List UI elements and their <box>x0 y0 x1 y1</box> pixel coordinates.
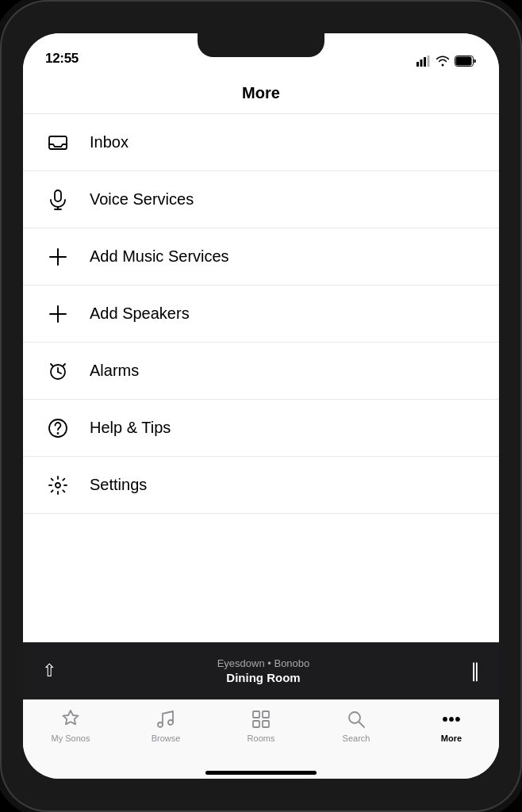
music-note-icon <box>155 708 177 730</box>
tab-search[interactable]: Search <box>332 708 380 743</box>
tab-browse[interactable]: Browse <box>142 708 190 743</box>
svg-point-31 <box>450 718 453 721</box>
menu-label-add-music: Add Music Services <box>90 247 229 266</box>
status-icons <box>416 56 477 67</box>
tab-label-my-sonos: My Sonos <box>52 733 90 743</box>
menu-item-alarms[interactable]: Alarms <box>23 343 499 400</box>
menu-item-help[interactable]: Help & Tips <box>23 400 499 457</box>
menu-item-settings[interactable]: Settings <box>23 457 499 514</box>
home-bar <box>205 771 317 775</box>
battery-icon <box>455 56 477 67</box>
now-playing-room: Dining Room <box>63 671 464 684</box>
menu-list: Inbox Voice Services <box>23 114 499 642</box>
page-header: More <box>23 73 499 114</box>
menu-item-inbox[interactable]: Inbox <box>23 114 499 171</box>
svg-point-22 <box>158 722 163 727</box>
menu-label-voice-services: Voice Services <box>90 190 194 209</box>
svg-rect-25 <box>263 711 269 718</box>
status-bar: 12:55 <box>23 33 499 73</box>
search-icon <box>345 708 367 730</box>
menu-item-voice-services[interactable]: Voice Services <box>23 171 499 228</box>
menu-label-settings: Settings <box>90 476 147 494</box>
now-playing-chevron[interactable]: ⇧ <box>36 654 63 688</box>
now-playing-song: Eyesdown • Bonobo <box>63 657 464 669</box>
more-dots-icon <box>440 708 463 730</box>
svg-line-17 <box>51 364 53 366</box>
status-time: 12:55 <box>45 51 79 67</box>
svg-rect-1 <box>420 59 423 67</box>
svg-rect-5 <box>456 57 472 66</box>
wifi-icon <box>436 56 450 67</box>
svg-point-21 <box>56 483 60 488</box>
menu-label-inbox: Inbox <box>90 133 129 151</box>
menu-label-help: Help & Tips <box>90 419 171 437</box>
inbox-icon <box>42 127 74 159</box>
svg-line-18 <box>63 364 65 366</box>
svg-rect-26 <box>253 721 259 727</box>
alarm-icon <box>42 355 74 387</box>
tab-my-sonos[interactable]: My Sonos <box>47 708 94 743</box>
tab-more[interactable]: More <box>428 708 475 743</box>
notch <box>198 33 324 57</box>
page-title: More <box>242 84 280 102</box>
svg-rect-7 <box>55 190 61 201</box>
tab-rooms[interactable]: Rooms <box>237 708 285 743</box>
tab-label-browse: Browse <box>152 733 181 743</box>
svg-rect-0 <box>416 62 419 67</box>
svg-rect-27 <box>263 721 269 727</box>
svg-rect-24 <box>253 711 259 718</box>
settings-icon <box>42 469 74 501</box>
phone-screen: 12:55 <box>23 33 499 779</box>
tab-bar: My Sonos Browse <box>23 699 499 769</box>
now-playing-info: Eyesdown • Bonobo Dining Room <box>63 657 464 684</box>
tab-label-search: Search <box>343 733 370 743</box>
svg-line-16 <box>58 372 61 373</box>
svg-point-23 <box>168 720 173 725</box>
home-indicator <box>23 769 499 779</box>
phone-frame: 12:55 <box>0 0 522 812</box>
svg-point-20 <box>58 433 59 434</box>
menu-item-add-speakers[interactable]: Add Speakers <box>23 285 499 343</box>
now-playing-bar[interactable]: ⇧ Eyesdown • Bonobo Dining Room ∥ <box>23 642 499 699</box>
now-playing-pause-button[interactable]: ∥ <box>464 653 486 688</box>
tab-label-more: More <box>441 733 462 743</box>
svg-point-30 <box>443 718 447 721</box>
add-music-icon <box>42 241 74 273</box>
rooms-icon <box>250 708 272 730</box>
svg-rect-3 <box>428 56 430 67</box>
svg-line-29 <box>359 722 365 728</box>
add-speakers-icon <box>42 298 74 330</box>
star-icon <box>59 708 82 730</box>
menu-label-alarms: Alarms <box>90 362 139 380</box>
menu-label-add-speakers: Add Speakers <box>90 304 190 323</box>
menu-item-add-music[interactable]: Add Music Services <box>23 228 499 285</box>
tab-label-rooms: Rooms <box>248 733 275 743</box>
svg-rect-2 <box>424 57 426 67</box>
microphone-icon <box>42 184 74 216</box>
help-icon <box>42 412 74 444</box>
svg-point-32 <box>456 718 459 721</box>
signal-icon <box>416 56 431 67</box>
